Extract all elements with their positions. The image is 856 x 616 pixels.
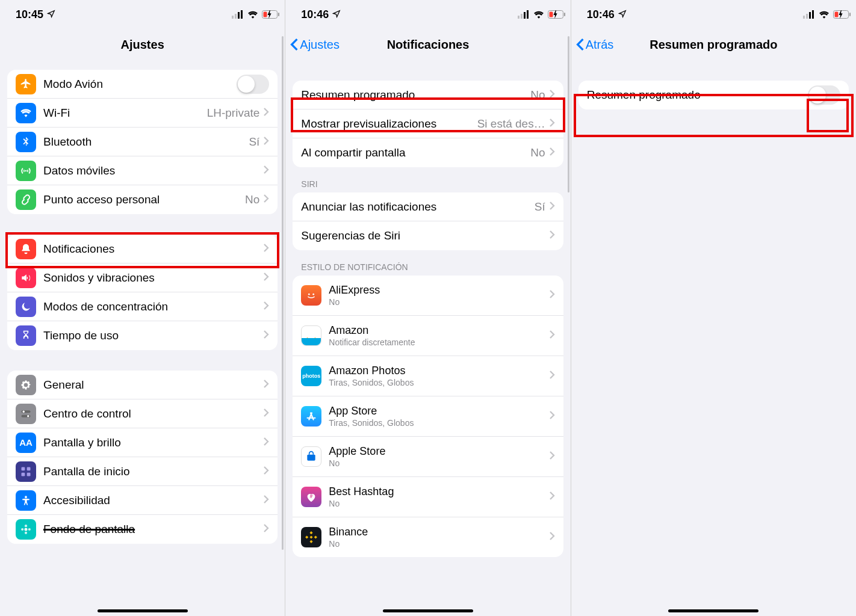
row-screen-sharing[interactable]: Al compartir pantalla No	[293, 138, 563, 167]
row-value: Sí	[249, 135, 259, 149]
chevron-right-icon	[549, 118, 555, 130]
row-summary-toggle[interactable]: Resumen programado	[578, 81, 849, 109]
home-indicator[interactable]	[98, 609, 188, 612]
app-icon: photos	[301, 366, 321, 386]
app-icon	[301, 446, 321, 467]
app-icon	[301, 527, 321, 547]
row-focus[interactable]: Modos de concentración	[7, 292, 278, 321]
app-row-aliexpress[interactable]: AliExpressNo	[293, 276, 563, 316]
status-time: 10:45	[16, 8, 43, 21]
svg-rect-0	[232, 16, 234, 19]
navbar: Ajustes	[0, 29, 285, 60]
svg-point-20	[28, 528, 31, 531]
app-icon	[301, 325, 321, 346]
notif-group-apps: AliExpressNo AmazonNotificar discretamen…	[293, 276, 563, 557]
svg-rect-22	[521, 14, 523, 19]
svg-rect-6	[278, 13, 279, 16]
chevron-right-icon	[549, 230, 555, 242]
chevron-right-icon	[549, 330, 555, 342]
row-value: No	[530, 146, 545, 159]
row-cellular[interactable]: Datos móviles	[7, 156, 278, 185]
summary-toggle[interactable]	[808, 85, 840, 105]
app-label: Best Hashtag	[329, 485, 548, 498]
row-label: Accesibilidad	[43, 494, 263, 507]
app-row-binance[interactable]: BinanceNo	[293, 517, 563, 557]
app-row-amazon[interactable]: AmazonNotificar discretamente	[293, 316, 563, 356]
chevron-right-icon	[263, 379, 269, 391]
chevron-right-icon	[549, 201, 555, 213]
app-row-applestore[interactable]: Apple StoreNo	[293, 437, 563, 477]
app-icon: #	[301, 487, 321, 507]
app-sub: No	[329, 539, 548, 549]
row-notifications[interactable]: Notificaciones	[7, 235, 278, 263]
airplane-toggle[interactable]	[237, 75, 269, 94]
moon-icon	[16, 297, 36, 317]
cellular-icon	[803, 10, 815, 19]
row-bluetooth[interactable]: Bluetooth Sí	[7, 128, 278, 156]
row-label: Sonidos y vibraciones	[43, 271, 263, 285]
svg-point-15	[25, 496, 27, 498]
row-label: Fondo de pantalla	[43, 523, 263, 536]
chevron-right-icon	[263, 494, 269, 507]
chevron-right-icon	[263, 408, 269, 420]
svg-rect-37	[803, 16, 805, 19]
row-control-center[interactable]: Centro de control	[7, 399, 278, 428]
section-header-siri: SIRI	[285, 167, 570, 192]
svg-rect-40	[812, 10, 814, 19]
svg-rect-14	[27, 472, 31, 476]
app-label: App Store	[329, 405, 548, 417]
scrollbar[interactable]	[282, 36, 284, 550]
row-hotspot[interactable]: Punto acceso personal No	[7, 185, 278, 214]
battery-icon	[262, 10, 273, 19]
row-accessibility[interactable]: Accesibilidad	[7, 486, 278, 515]
scrollbar[interactable]	[568, 36, 569, 192]
flower-icon	[16, 519, 36, 540]
row-announce[interactable]: Anunciar las notificaciones Sí	[293, 192, 563, 221]
row-wifi[interactable]: Wi-Fi LH-private	[7, 99, 278, 128]
app-row-besthashtag[interactable]: # Best HashtagNo	[293, 477, 563, 517]
svg-point-10	[27, 415, 29, 417]
bluetooth-icon	[16, 132, 36, 152]
app-icon	[301, 285, 321, 306]
row-sounds[interactable]: Sonidos y vibraciones	[7, 263, 278, 292]
row-display[interactable]: AA Pantalla y brillo	[7, 428, 278, 457]
row-scheduled-summary[interactable]: Resumen programado No	[293, 81, 563, 109]
row-label: Centro de control	[43, 407, 263, 420]
row-label: Wi-Fi	[43, 106, 207, 120]
app-label: Binance	[329, 526, 548, 538]
app-row-amazon-photos[interactable]: photos Amazon PhotosTiras, Sonidos, Glob…	[293, 356, 563, 396]
row-homescreen[interactable]: Pantalla de inicio	[7, 457, 278, 486]
chevron-right-icon	[263, 136, 269, 148]
chevron-right-icon	[549, 89, 555, 101]
back-button[interactable]: Atrás	[576, 38, 614, 52]
row-siri-suggestions[interactable]: Sugerencias de Siri	[293, 221, 563, 250]
row-show-previews[interactable]: Mostrar previsualizaciones Si está des…	[293, 109, 563, 138]
row-value: Sí	[535, 200, 545, 214]
svg-point-19	[21, 528, 23, 531]
row-label: General	[43, 378, 263, 392]
app-row-appstore[interactable]: App StoreTiras, Sonidos, Globos	[293, 396, 563, 437]
bell-icon	[16, 239, 36, 259]
home-indicator[interactable]	[383, 609, 473, 612]
app-sub: No	[329, 297, 548, 307]
row-general[interactable]: General	[7, 371, 278, 399]
link-icon	[16, 189, 36, 210]
status-bar: 10:46	[571, 0, 856, 29]
svg-rect-3	[241, 10, 243, 19]
settings-group-general: General Centro de control AA Pantalla y …	[7, 371, 278, 544]
svg-point-18	[25, 532, 27, 534]
back-button[interactable]: Ajustes	[290, 38, 340, 52]
notif-group-siri: Anunciar las notificaciones Sí Sugerenci…	[293, 192, 563, 250]
svg-rect-39	[809, 12, 811, 19]
home-indicator[interactable]	[668, 609, 758, 612]
row-label: Datos móviles	[43, 164, 263, 177]
location-icon	[618, 8, 627, 21]
wifi-status-icon	[819, 10, 830, 19]
row-airplane[interactable]: Modo Avión	[7, 70, 278, 99]
app-sub: No	[329, 499, 548, 508]
row-label: Modo Avión	[43, 78, 237, 91]
wifi-icon	[16, 103, 36, 123]
row-screentime[interactable]: Tiempo de uso	[7, 321, 278, 350]
battery-icon	[548, 10, 559, 19]
row-wallpaper[interactable]: Fondo de pantalla	[7, 515, 278, 544]
